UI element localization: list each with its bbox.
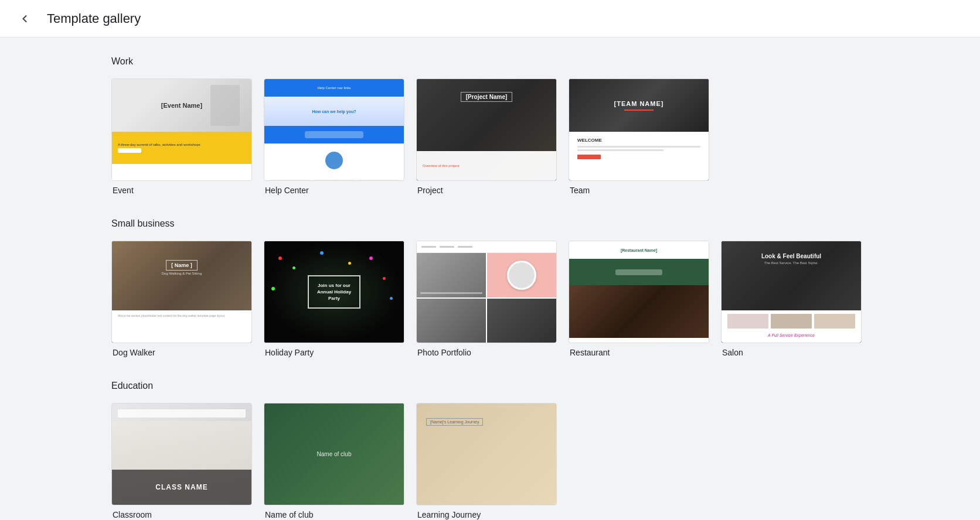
team-text-line-1: [577, 146, 700, 148]
hc-card-2: [313, 180, 355, 181]
section-education: Education CLASS NAME Classroom: [111, 381, 869, 519]
template-thumbnail-team: [TEAM NAME] WELCOME: [569, 78, 709, 181]
event-info-bar: [112, 164, 251, 181]
team-name-underline: [624, 110, 654, 111]
template-name-helpcenter: Help Center: [264, 186, 404, 195]
section-work: Work [Event Name] A three-day summit of …: [111, 56, 869, 195]
project-content: [Project Name]: [417, 79, 556, 115]
template-name-salon: Salon: [721, 348, 862, 357]
page-title: Template gallery: [47, 11, 141, 26]
template-item-salon[interactable]: Look & Feel Beautiful The Best Service. …: [721, 241, 862, 357]
template-name-portfolio: Photo Portfolio: [416, 348, 557, 357]
template-name-restaurant: Restaurant: [569, 348, 709, 357]
event-title-text: [Event Name]: [161, 102, 202, 109]
portfolio-text-overlay: [420, 292, 482, 294]
template-thumbnail-classroom: CLASS NAME: [111, 403, 252, 505]
template-thumbnail-helpcenter: Help Center nav links How can we help yo…: [264, 78, 404, 181]
event-subtitle: A three-day summit of talks, activities …: [118, 143, 246, 146]
portfolio-nav-bar: [417, 241, 556, 253]
templates-grid-small-business: [ Name ] Dog Walking & Pet Sitting About…: [111, 241, 869, 357]
salon-bottom: A Full Service Experience: [722, 310, 861, 343]
portfolio-plate: [507, 261, 536, 290]
template-item-project[interactable]: [Project Name] Overview of this project …: [416, 78, 557, 195]
event-btn-placeholder: [118, 148, 141, 153]
event-top-image: [Event Name]: [112, 79, 251, 132]
portfolio-nav-item-1: [421, 246, 436, 248]
template-item-portfolio[interactable]: Photo Portfolio: [416, 241, 557, 357]
template-item-restaurant[interactable]: [Restaurant Name] Restaurant: [569, 241, 709, 357]
template-name-classroom: Classroom: [111, 510, 252, 519]
salon-preview-images: [727, 314, 855, 329]
classroom-name-text: CLASS NAME: [155, 483, 207, 491]
template-item-club[interactable]: Name of club Name of club: [264, 403, 404, 519]
project-title: [Project Name]: [461, 92, 513, 102]
dogwalker-bottom: About me section placeholder text conten…: [112, 310, 251, 343]
template-thumbnail-restaurant: [Restaurant Name]: [569, 241, 709, 343]
template-thumbnail-project: [Project Name] Overview of this project: [416, 78, 557, 181]
team-text-line-2: [577, 149, 663, 151]
template-thumbnail-salon: Look & Feel Beautiful The Best Service. …: [721, 241, 862, 343]
hc-search-bar: [264, 126, 404, 143]
portfolio-cell-3: [417, 299, 486, 343]
team-top-section: [TEAM NAME]: [569, 79, 709, 132]
hc-question: How can we help you?: [312, 110, 356, 114]
template-name-event: Event: [111, 186, 252, 195]
template-name-club: Name of club: [264, 510, 404, 519]
salon-tagline: A Full Service Experience: [727, 333, 855, 337]
restaurant-name-text: [Restaurant Name]: [618, 246, 659, 255]
template-item-holiday[interactable]: Join us for our Annual Holiday Party Hol…: [264, 241, 404, 357]
holiday-text-box: Join us for our Annual Holiday Party: [308, 275, 360, 309]
salon-preview-3: [814, 314, 855, 329]
holiday-content: Join us for our Annual Holiday Party: [264, 241, 404, 343]
team-bottom-section: WELCOME: [569, 132, 709, 181]
template-thumbnail-event: [Event Name] A three-day summit of talks…: [111, 78, 252, 181]
project-section-label: Overview of this project: [423, 164, 459, 167]
restaurant-food-img: [569, 285, 709, 338]
template-thumbnail-learning: [Name]'s Learning Journey: [416, 403, 557, 505]
hc-card-3: [358, 180, 399, 181]
restaurant-header: [569, 259, 709, 285]
dogwalker-about-text: About me section placeholder text conten…: [118, 314, 246, 319]
portfolio-grid: [417, 253, 556, 343]
template-name-learning: Learning Journey: [416, 510, 557, 519]
template-item-classroom[interactable]: CLASS NAME Classroom: [111, 403, 252, 519]
template-item-helpcenter[interactable]: Help Center nav links How can we help yo…: [264, 78, 404, 195]
salon-preview-1: [727, 314, 768, 329]
salon-preview-2: [771, 314, 812, 329]
hc-search-box: [305, 131, 363, 138]
template-name-project: Project: [416, 186, 557, 195]
template-thumbnail-dogwalker: [ Name ] Dog Walking & Pet Sitting About…: [111, 241, 252, 343]
template-thumbnail-portfolio: [416, 241, 557, 343]
event-bottom-section: A three-day summit of talks, activities …: [112, 132, 251, 164]
templates-grid-work: [Event Name] A three-day summit of talks…: [111, 78, 869, 195]
templates-grid-education: CLASS NAME Classroom Name of club Name o…: [111, 403, 869, 519]
salon-title-text: Look & Feel Beautiful: [731, 253, 852, 259]
template-item-learning[interactable]: [Name]'s Learning Journey Learning Journ…: [416, 403, 557, 519]
template-thumbnail-holiday: Join us for our Annual Holiday Party: [264, 241, 404, 343]
hc-cards: [264, 180, 404, 181]
dogwalker-service: Dog Walking & Pet Sitting: [121, 272, 242, 275]
template-item-dogwalker[interactable]: [ Name ] Dog Walking & Pet Sitting About…: [111, 241, 252, 357]
section-title-work: Work: [111, 56, 869, 67]
section-title-small-business: Small business: [111, 218, 869, 229]
project-bottom: Overview of this project: [417, 151, 556, 180]
team-cta-button: [577, 155, 601, 159]
classroom-name-overlay: CLASS NAME: [112, 470, 251, 505]
team-name-text: [TEAM NAME]: [614, 100, 664, 107]
template-item-event[interactable]: [Event Name] A three-day summit of talks…: [111, 78, 252, 195]
portfolio-nav-item-3: [458, 246, 472, 248]
hc-icon-area: [264, 143, 404, 177]
section-small-business: Small business [ Name ] Dog Walking & Pe…: [111, 218, 869, 357]
restaurant-top: [Restaurant Name]: [569, 241, 709, 259]
salon-content: Look & Feel Beautiful The Best Service. …: [722, 241, 861, 276]
section-title-education: Education: [111, 381, 869, 391]
hc-nav-text: Help Center nav links: [317, 86, 351, 90]
team-welcome-text: WELCOME: [577, 138, 700, 143]
restaurant-food-bg: [569, 285, 709, 338]
template-item-team[interactable]: [TEAM NAME] WELCOME Team: [569, 78, 709, 195]
back-button[interactable]: [14, 8, 35, 29]
learning-content: [Name]'s Learning Journey: [417, 403, 556, 437]
club-content: Name of club: [264, 403, 404, 505]
dogwalker-name: [ Name ]: [166, 260, 198, 271]
hc-icon: [325, 152, 343, 169]
